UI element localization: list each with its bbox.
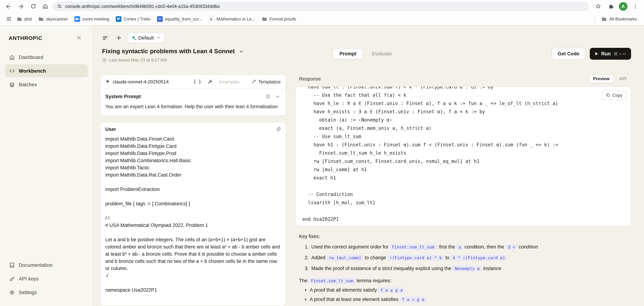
reload-button[interactable] [28,1,38,11]
workbench-toolbar: Default [100,32,631,43]
run-button[interactable]: Run ⌘ + ↵ [590,48,631,60]
bookmark-label: Cortex | Trello [124,16,150,22]
folder-icon [602,16,607,22]
list-number: 1. [305,243,309,251]
browser-actions: A [591,1,640,11]
address-bar[interactable]: console.anthropic.com/workbench/d649b591… [52,2,589,11]
reload-icon [30,3,36,9]
chevron-down-icon [275,94,280,99]
toggle-api[interactable]: API [615,75,630,83]
collapse-system-prompt-button[interactable] [274,93,281,100]
run-label: Run [601,51,611,57]
copy-button[interactable]: Copy [602,91,626,100]
all-bookmarks-button[interactable]: All Bookmarks [598,15,640,23]
braces-icon: { } [193,79,201,84]
prompt-column: claude-sonnet-4-20250514 { } Examples [100,74,286,306]
sidebar-item-documentation[interactable]: Documentation [5,258,88,271]
inline-code-chip: Finset.sum_lt_sum [309,278,355,284]
dashboard-icon [8,54,15,60]
tools-button[interactable] [207,78,214,85]
bookmark-equality-doc[interactable]: equality_from_scr... [154,15,205,23]
toggle-preview[interactable]: Preview [589,74,614,83]
sidebar-item-label: Batches [19,82,37,87]
collapse-sidebar-button[interactable] [74,33,84,43]
key-fix-text: Made the proof of existence of a strict … [312,265,501,272]
home-button[interactable] [40,1,50,11]
prompt-list-button[interactable] [100,33,110,43]
browser-toolbar: console.anthropic.com/workbench/d649b591… [0,0,644,13]
bookmark-zoom-meeting[interactable]: zoom meeting [71,15,112,23]
inline-code-chip: f a < g a [400,297,426,302]
screen: console.anthropic.com/workbench/d649b591… [0,0,644,306]
tab-evaluate[interactable]: Evaluate [366,48,398,59]
forward-button[interactable] [16,1,26,11]
tab-prompt[interactable]: Prompt [332,48,363,59]
site-settings-icon [57,4,62,9]
profile-avatar[interactable]: A [619,2,628,11]
key-fix-item: 3. Made the proof of existence of a stri… [305,265,630,272]
inline-code-chip: Finset.sum_lt_sum [390,244,436,250]
new-prompt-button[interactable] [114,33,124,43]
apps-grid-button[interactable] [4,15,13,23]
response-prose: Key fixes: 1. Used the correct argument … [299,233,630,303]
all-bookmarks-label: All Bookmarks [609,16,637,22]
sidebar-item-workbench[interactable]: Workbench [5,64,88,77]
url-text: console.anthropic.com/workbench/d649b591… [65,4,220,9]
sidebar-item-api-keys[interactable]: API keys [5,272,88,285]
examples-button[interactable]: Examples [219,79,240,84]
sidebar-item-batches[interactable]: Batches [5,78,88,91]
response-code[interactable]: have sum_lt : (Finset.univ.sum f) < k * … [302,86,624,223]
sidebar-item-dashboard[interactable]: Dashboard [5,51,88,64]
response-column: Response Preview API Copy have sum_lt : … [296,74,631,306]
folder-icon [262,16,268,22]
sidebar-item-label: Dashboard [19,54,43,60]
bookmark-trello[interactable]: Cortex | Trello [113,15,153,23]
user-message-text[interactable]: import Mathlib.Data.Finset.Card import M… [105,136,281,294]
model-sparkle-icon [105,79,110,84]
get-code-button[interactable]: Get Code [552,48,586,60]
bookmark-mathematics-lean[interactable]: L Mathematics in Le... [206,15,258,23]
anthropic-logo: ANTHROP\C [8,35,42,41]
workspace-selector[interactable]: Default [127,32,164,43]
bookmark-star-button[interactable] [593,1,603,11]
browser-menu-button[interactable] [630,1,640,11]
inline-code-chip: ≤ [456,244,463,250]
list-number: 2. [305,254,309,261]
bookmarks-bar: phd skyscanner zoom meeting Cortex | Tre… [0,13,644,26]
last-saved: Last saved May 23 at 9:17 AM [102,58,245,63]
doc-favicon [157,16,162,22]
run-shortcut: ⌘ + ↵ [614,51,626,56]
plus-icon [116,35,122,41]
bookmark-label: equality_from_scr... [165,16,202,22]
sidebar-item-settings[interactable]: Settings [5,286,88,299]
variables-button[interactable]: { } [193,79,201,84]
prompt-config-card: claude-sonnet-4-20250514 { } Examples [100,74,286,116]
browser-chrome: console.anthropic.com/workbench/d649b591… [0,0,644,26]
title-menu-button[interactable] [238,48,245,55]
attach-file-button[interactable] [275,127,281,132]
bookmark-label: skyscanner [46,16,68,22]
extensions-button[interactable] [606,1,616,11]
model-selector[interactable]: claude-sonnet-4-20250514 [113,79,169,84]
inline-code-chip: ↑(Fintype.card α) * k [388,255,444,261]
chevron-down-icon [239,49,244,54]
back-button[interactable] [4,1,14,11]
bookmarks-divider [594,16,595,22]
chevron-down-icon [156,36,161,40]
workbench-main: Default Fixing syntactic problems with L… [94,26,644,306]
bookmark-skyscanner[interactable]: skyscanner [35,15,70,23]
apps-grid-icon [6,16,11,22]
templatize-button[interactable]: Templatize [251,79,281,84]
user-message-title: User [105,127,116,132]
bullet-item: • A proof that at least one element sati… [305,296,630,303]
sidebar-nav: Dashboard Workbench Batches [5,51,88,92]
bookmark-phd[interactable]: phd [14,15,34,23]
key-fix-text: Added rw [mul_comm] to change ↑(Fintype.… [312,254,507,261]
collapse-left-icon [76,35,82,41]
system-prompt-text[interactable]: You are an expert Lean 4 formaliser. Hel… [105,103,281,110]
lean-favicon: L [208,16,214,22]
bookmark-label: Mathematics in Le... [216,16,255,22]
inline-code-chip: f a ≤ g a [378,287,405,293]
clock-icon [102,58,107,62]
bookmark-formal-proofs[interactable]: Formal proofs [259,15,299,23]
